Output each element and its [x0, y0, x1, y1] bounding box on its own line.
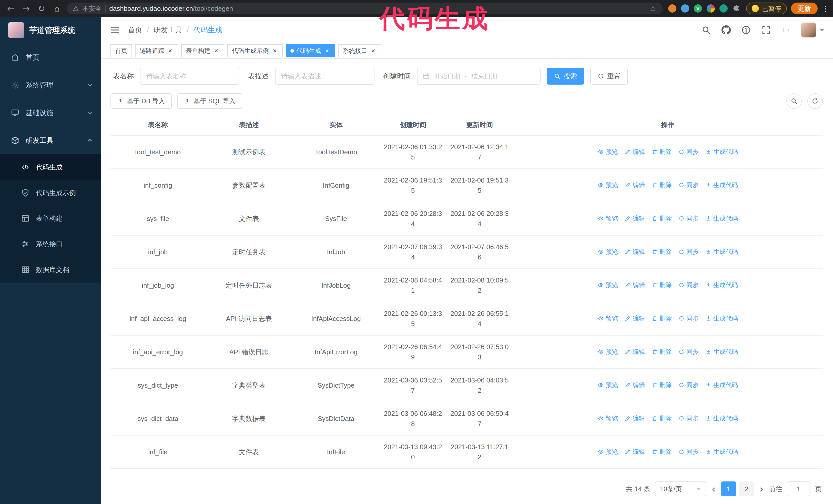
tab-代码生成示例[interactable]: 代码生成示例×	[227, 44, 283, 57]
delete-link[interactable]: 删除	[651, 447, 672, 457]
hamburger-icon[interactable]	[110, 25, 120, 35]
logo[interactable]: 芋道管理系统	[0, 17, 101, 44]
edit-link[interactable]: 编辑	[625, 413, 645, 424]
sidebar-item-codegen-demo[interactable]: 代码生成示例	[0, 180, 101, 206]
generate-link[interactable]: 生成代码	[705, 413, 738, 424]
edit-link[interactable]: 编辑	[625, 346, 645, 357]
prev-page-button[interactable]: ‹	[711, 484, 716, 494]
close-icon[interactable]: ×	[271, 47, 278, 54]
tab-代码生成[interactable]: 代码生成×	[286, 44, 335, 57]
goto-page-input[interactable]	[787, 481, 810, 496]
extensions-puzzle-icon[interactable]	[732, 4, 740, 13]
help-icon[interactable]	[741, 25, 751, 35]
delete-link[interactable]: 删除	[651, 213, 672, 223]
close-icon[interactable]: ×	[213, 47, 220, 54]
date-range-input[interactable]: 开始日期 - 结束日期	[417, 68, 541, 85]
preview-link[interactable]: 预览	[598, 180, 618, 190]
toggle-search-button[interactable]	[786, 93, 802, 109]
breadcrumb-home[interactable]: 首页	[128, 25, 142, 35]
delete-link[interactable]: 删除	[651, 380, 672, 390]
search-button[interactable]: 搜索	[547, 68, 584, 85]
sidebar-item-system-api[interactable]: 系统接口	[0, 231, 101, 257]
extension-icon[interactable]	[707, 4, 715, 13]
generate-link[interactable]: 生成代码	[705, 447, 738, 457]
reload-icon[interactable]: ↻	[36, 3, 47, 14]
preview-link[interactable]: 预览	[598, 413, 618, 424]
table-name-input[interactable]	[140, 68, 239, 85]
github-icon[interactable]	[721, 25, 731, 35]
preview-link[interactable]: 预览	[598, 247, 618, 257]
browser-home-icon[interactable]: ⌂	[51, 3, 63, 14]
sidebar-item-home[interactable]: 首页	[0, 44, 101, 71]
edit-link[interactable]: 编辑	[625, 213, 645, 223]
extension-icon[interactable]	[719, 4, 728, 13]
fullscreen-icon[interactable]	[761, 25, 771, 35]
page-button-1[interactable]: 1	[721, 481, 736, 496]
preview-link[interactable]: 预览	[598, 380, 618, 390]
edit-link[interactable]: 编辑	[625, 280, 645, 290]
reset-button[interactable]: 重置	[590, 68, 628, 85]
tab-表单构建[interactable]: 表单构建×	[181, 44, 224, 57]
sync-link[interactable]: 同步	[679, 180, 699, 190]
edit-link[interactable]: 编辑	[625, 313, 645, 323]
next-page-button[interactable]: ›	[759, 484, 764, 494]
delete-link[interactable]: 删除	[651, 346, 672, 357]
edit-link[interactable]: 编辑	[625, 180, 645, 190]
table-desc-input[interactable]	[275, 68, 375, 85]
delete-link[interactable]: 删除	[651, 247, 672, 257]
preview-link[interactable]: 预览	[598, 313, 618, 323]
tab-首页[interactable]: 首页	[111, 44, 132, 57]
preview-link[interactable]: 预览	[598, 147, 618, 157]
font-size-icon[interactable]: TT	[781, 25, 791, 35]
paused-badge[interactable]: 已暂停	[746, 3, 787, 14]
delete-link[interactable]: 删除	[651, 280, 672, 290]
user-menu[interactable]	[801, 23, 824, 38]
generate-link[interactable]: 生成代码	[705, 280, 738, 290]
bookmark-star-icon[interactable]: ☆	[649, 4, 657, 13]
sidebar-item-db-doc[interactable]: 数据库文档	[0, 257, 101, 283]
generate-link[interactable]: 生成代码	[705, 147, 738, 157]
sync-link[interactable]: 同步	[679, 280, 699, 290]
delete-link[interactable]: 删除	[651, 147, 672, 157]
page-button-2[interactable]: 2	[739, 481, 754, 496]
menu-kebab-icon[interactable]: ⋮	[822, 4, 828, 13]
refresh-table-button[interactable]	[807, 93, 823, 109]
edit-link[interactable]: 编辑	[625, 380, 645, 390]
preview-link[interactable]: 预览	[598, 213, 618, 223]
sidebar-item-devtools[interactable]: 研发工具	[0, 127, 101, 154]
sync-link[interactable]: 同步	[679, 247, 699, 257]
tab-链路追踪[interactable]: 链路追踪×	[135, 44, 178, 57]
sidebar-item-form-build[interactable]: 表单构建	[0, 206, 101, 231]
sync-link[interactable]: 同步	[679, 447, 699, 457]
sidebar-item-codegen[interactable]: 代码生成	[0, 154, 101, 180]
sync-link[interactable]: 同步	[679, 413, 699, 424]
extension-icon[interactable]: V	[694, 4, 702, 13]
breadcrumb-devtools[interactable]: 研发工具	[153, 25, 182, 35]
forward-icon[interactable]: →	[21, 3, 32, 14]
edit-link[interactable]: 编辑	[625, 247, 645, 257]
sync-link[interactable]: 同步	[679, 147, 699, 157]
sync-link[interactable]: 同步	[679, 380, 699, 390]
delete-link[interactable]: 删除	[651, 313, 672, 323]
preview-link[interactable]: 预览	[598, 447, 618, 457]
sync-link[interactable]: 同步	[679, 213, 699, 223]
page-size-select[interactable]: 10条/页	[655, 481, 706, 496]
address-bar[interactable]: ⚠ 不安全 dashboard.yudao.iocoder.cn/tool/co…	[67, 3, 663, 14]
extension-icon[interactable]	[668, 4, 676, 13]
import-sql-button[interactable]: 基于 SQL 导入	[177, 93, 242, 109]
update-button[interactable]: 更新	[791, 3, 818, 14]
close-icon[interactable]: ×	[324, 47, 330, 54]
delete-link[interactable]: 删除	[651, 180, 672, 190]
close-icon[interactable]: ×	[370, 47, 377, 54]
generate-link[interactable]: 生成代码	[705, 213, 738, 223]
edit-link[interactable]: 编辑	[625, 147, 645, 157]
edit-link[interactable]: 编辑	[625, 447, 645, 457]
tab-系统接口[interactable]: 系统接口×	[338, 44, 381, 57]
back-icon[interactable]: ←	[5, 3, 17, 14]
sidebar-item-infra[interactable]: 基础设施	[0, 99, 101, 127]
close-icon[interactable]: ×	[167, 47, 173, 54]
search-icon[interactable]	[701, 25, 711, 35]
generate-link[interactable]: 生成代码	[705, 380, 738, 390]
generate-link[interactable]: 生成代码	[705, 313, 738, 323]
generate-link[interactable]: 生成代码	[705, 247, 738, 257]
